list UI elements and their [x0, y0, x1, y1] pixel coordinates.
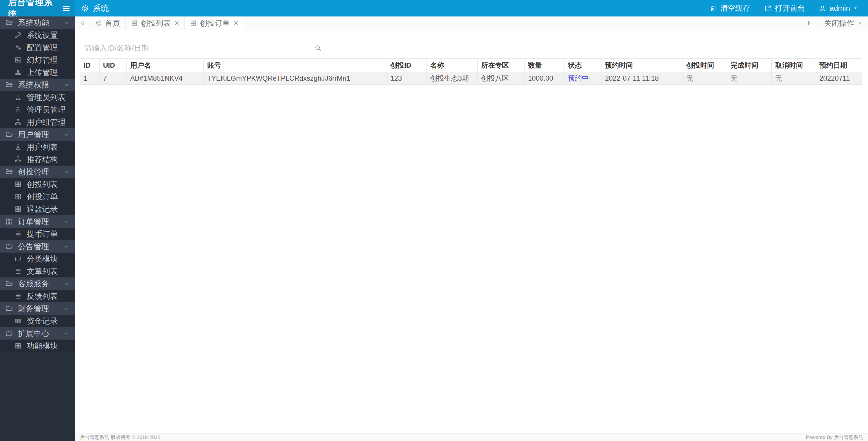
barcode-icon — [14, 317, 22, 325]
sidebar-group-label: 系统权限 — [18, 80, 49, 90]
table-header-row: IDUID用户名账号创投ID名称所在专区数量状态预约时间创投时间完成时间取消时间… — [80, 59, 862, 72]
tab[interactable]: 首页 — [90, 16, 126, 30]
search-button[interactable] — [311, 42, 325, 54]
clear-cache-button[interactable]: 清空缓存 — [703, 0, 757, 16]
table-cell: AB#1M851NKV4 — [127, 72, 204, 85]
sidebar-item[interactable]: 文章列表 — [0, 265, 75, 277]
tab-label: 创投订单 — [199, 18, 230, 28]
caret-down-icon — [858, 21, 862, 26]
sidebar-item-label: 用户列表 — [27, 142, 58, 152]
orders-table: IDUID用户名账号创投ID名称所在专区数量状态预约时间创投时间完成时间取消时间… — [80, 58, 862, 85]
close-icon[interactable]: × — [234, 19, 238, 27]
sidebar-item[interactable]: 系统设置 — [0, 29, 75, 41]
sidebar-item-label: 创投订单 — [27, 192, 58, 202]
sidebar-item[interactable]: 功能模块 — [0, 340, 75, 352]
sidebar-group[interactable]: 系统权限 — [0, 78, 75, 91]
sidebar-item-label: 分类模块 — [27, 254, 58, 264]
main-content: IDUID用户名账号创投ID名称所在专区数量状态预约时间创投时间完成时间取消时间… — [75, 30, 868, 434]
arrow-right-icon — [806, 20, 812, 26]
column-header: 用户名 — [127, 59, 204, 72]
sitemap-icon — [14, 156, 22, 163]
chevron-down-icon — [63, 20, 69, 26]
sidebar-item[interactable]: 创投列表 — [0, 178, 75, 191]
system-label: 系统 — [93, 3, 109, 14]
sidebar-item[interactable]: 创投订单 — [0, 191, 75, 203]
sidebar-group-label: 公告管理 — [18, 241, 49, 252]
sidebar-item[interactable]: 上传管理 — [0, 66, 75, 78]
table-cell: 7 — [99, 72, 127, 85]
sidebar-item-label: 管理员列表 — [27, 92, 66, 103]
sidebar-item[interactable]: 配置管理 — [0, 41, 75, 54]
grid-icon — [14, 342, 22, 349]
sidebar-item[interactable]: 用户列表 — [0, 141, 75, 153]
sidebar-item[interactable]: 退款记录 — [0, 203, 75, 215]
arrow-left-icon — [79, 20, 86, 26]
sidebar-group[interactable]: 客服服务 — [0, 277, 75, 290]
trash-icon — [709, 5, 717, 12]
search-input[interactable] — [80, 42, 311, 54]
sidebar-group-label: 创投管理 — [18, 167, 49, 177]
sidebar-item[interactable]: 资金记录 — [0, 315, 75, 327]
sidebar-group[interactable]: 公告管理 — [0, 240, 75, 252]
action-label: admin — [830, 4, 850, 13]
sidebar-group[interactable]: 订单管理 — [0, 215, 75, 228]
sidebar-group-label: 扩展中心 — [18, 328, 49, 339]
hamburger-icon[interactable] — [61, 3, 71, 13]
table-cell: TYEKiLGmYPKWQReTPLCRdxszghJJ6rrMn1 — [204, 72, 387, 85]
sidebar-group[interactable]: 用户管理 — [0, 128, 75, 141]
tab[interactable]: 创投订单× — [185, 16, 244, 30]
column-header: 所在专区 — [478, 59, 525, 72]
column-header: 状态 — [564, 59, 601, 72]
tab-label: 创投列表 — [141, 18, 171, 28]
sidebar-group[interactable]: 扩展中心 — [0, 327, 75, 340]
close-icon[interactable]: × — [175, 19, 179, 27]
search-row — [80, 42, 325, 54]
sidebar-group-label: 订单管理 — [18, 216, 49, 227]
table-cell[interactable]: 预约中 — [564, 72, 601, 85]
user-menu[interactable]: admin — [812, 0, 865, 16]
sidebar-group[interactable]: 系统功能 — [0, 16, 75, 29]
sidebar-group[interactable]: 创投管理 — [0, 166, 75, 178]
caret-down-icon — [853, 6, 858, 10]
user-icon — [14, 94, 22, 101]
tabs-scroll-left-button[interactable] — [75, 16, 90, 30]
sidebar-item[interactable]: 反馈列表 — [0, 290, 75, 302]
tab-label: 首页 — [105, 18, 120, 28]
list-icon — [14, 230, 22, 238]
column-header: 取消时间 — [772, 59, 816, 72]
table-cell: 创投生态3期 — [427, 72, 478, 85]
sidebar-group[interactable]: 财务管理 — [0, 302, 75, 315]
table-cell: 20220711 — [816, 72, 862, 85]
grid-icon — [5, 217, 13, 226]
table-cell: 无 — [772, 72, 816, 85]
sidebar-item[interactable]: 管理员管理 — [0, 103, 75, 116]
search-icon — [314, 44, 322, 52]
tabs-scroll-right-button[interactable] — [802, 16, 816, 30]
sidebar-item[interactable]: 分类模块 — [0, 252, 75, 265]
sidebar-item-label: 上传管理 — [27, 67, 58, 78]
sidebar-item-label: 反馈列表 — [27, 291, 58, 301]
close-operations-dropdown[interactable]: 关闭操作 — [816, 16, 868, 30]
tab[interactable]: 创投列表× — [126, 16, 185, 30]
column-header: ID — [80, 59, 99, 72]
column-header: 完成时间 — [727, 59, 772, 72]
open-frontend-button[interactable]: 打开前台 — [757, 0, 812, 16]
table-cell: 无 — [683, 72, 727, 85]
sidebar-item[interactable]: 幻灯管理 — [0, 54, 75, 66]
folder-icon — [5, 19, 13, 27]
sidebar-item[interactable]: 推荐结构 — [0, 153, 75, 166]
sidebar-item[interactable]: 管理员列表 — [0, 91, 75, 103]
sidebar-group-label: 系统功能 — [18, 18, 49, 28]
grid-icon — [131, 20, 138, 27]
table-cell: 2022-07-11 11:18 — [601, 72, 683, 85]
system-menu-item[interactable]: 系统 — [75, 0, 115, 16]
sidebar-item-label: 资金记录 — [27, 316, 58, 326]
column-header: 预约日期 — [816, 59, 862, 72]
dashboard-icon — [95, 20, 102, 27]
sidebar-item[interactable]: 提币订单 — [0, 228, 75, 240]
sidebar-item-label: 用户组管理 — [27, 117, 66, 128]
table-cell: 1000.00 — [525, 72, 564, 85]
sidebar-item[interactable]: 用户组管理 — [0, 116, 75, 128]
sidebar-group-label: 用户管理 — [18, 130, 49, 140]
sidebar-item-label: 退款记录 — [27, 204, 58, 214]
